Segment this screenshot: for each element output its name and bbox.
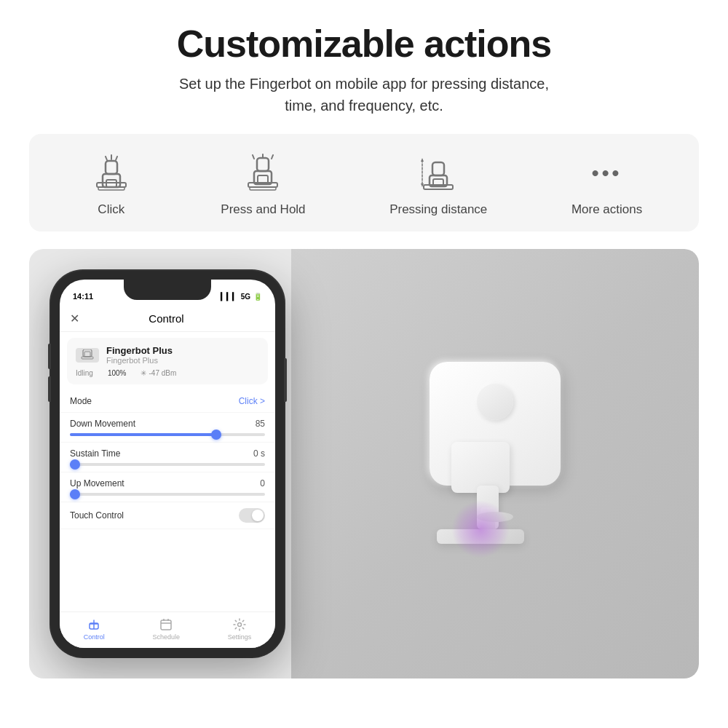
page: Customizable actions Set up the Fingerbo… [0,0,728,728]
click-label: Click [98,202,124,217]
header-section: Customizable actions Set up the Fingerbo… [177,22,552,116]
up-movement-value: 0 [260,478,265,488]
device-subtitle: Fingerbot Plus [106,356,173,365]
nav-settings[interactable]: Settings [228,618,252,641]
action-item-click[interactable]: Click [86,151,137,217]
svg-rect-11 [250,187,276,190]
mode-label: Mode [70,396,92,406]
down-movement-thumb[interactable] [211,430,221,440]
device-name: Fingerbot Plus [106,345,173,356]
svg-line-7 [116,157,117,160]
action-item-pressing-distance[interactable]: Pressing distance [389,151,487,217]
phone-container: 14:11 ▎▎▎ 5G 🔋 ✕ Control [51,271,298,657]
action-item-more-actions[interactable]: ••• More actions [571,151,642,217]
main-title: Customizable actions [177,22,552,66]
svg-rect-4 [106,161,117,174]
touch-control-label: Touch Control [70,510,124,521]
svg-line-15 [272,155,273,159]
touch-control-row: Touch Control [60,502,275,529]
svg-rect-19 [432,162,444,175]
down-movement-slider[interactable] [70,433,265,436]
fb-button[interactable] [477,384,513,420]
up-movement-row: Up Movement 0 [60,472,275,502]
phone-side-btn-vol-up [48,344,51,369]
more-actions-label: More actions [571,202,642,217]
pressing-distance-icon [413,151,464,195]
svg-rect-2 [97,183,126,187]
device-stats: Idling 100% ✳ -47 dBm [76,369,259,377]
device-thumbnail [76,348,99,363]
mode-row[interactable]: Mode Click > [60,390,275,413]
more-actions-icon: ••• [582,151,633,195]
nav-control-label: Control [84,633,105,641]
svg-line-13 [253,155,254,159]
status-right: ▎▎▎ 5G 🔋 [221,293,262,301]
bottom-section: 14:11 ▎▎▎ 5G 🔋 ✕ Control [29,249,699,678]
up-movement-thumb[interactable] [70,489,80,499]
signal-bars: ▎▎▎ [221,293,238,301]
battery-icon: 🔋 [253,293,262,301]
actions-bar: Click Press and Hold [29,134,699,232]
svg-rect-26 [161,620,171,630]
down-movement-value: 85 [256,419,265,429]
action-item-press-hold[interactable]: Press and Hold [221,151,305,217]
phone-side-btn-vol-down [48,376,51,402]
svg-rect-3 [98,187,124,190]
stat-signal: ✳ -47 dBm [141,369,176,377]
network-type: 5G [241,293,250,301]
device-info: Fingerbot Plus Fingerbot Plus [106,345,173,365]
sustain-time-row: Sustain Time 0 s [60,443,275,472]
up-movement-label: Up Movement [70,478,124,488]
sustain-time-value: 0 s [253,448,265,459]
fb-glow [451,500,510,558]
sustain-time-slider[interactable] [70,463,265,466]
svg-rect-25 [82,357,93,359]
device-card-top: Fingerbot Plus Fingerbot Plus [76,345,259,365]
svg-point-30 [237,623,241,627]
fingerbot-device [415,362,575,566]
up-movement-slider[interactable] [70,493,265,496]
pressing-distance-label: Pressing distance [389,202,487,217]
stat-idling: Idling [76,369,93,377]
nav-schedule[interactable]: Schedule [152,618,180,641]
phone-side-btn-power [284,358,287,402]
nav-schedule-label: Schedule [152,633,180,641]
toggle-thumb [252,510,264,521]
app-title: Control [149,312,183,325]
sustain-time-thumb[interactable] [70,459,80,470]
sustain-time-label: Sustain Time [70,448,120,459]
press-hold-icon [237,151,288,195]
phone-screen: 14:11 ▎▎▎ 5G 🔋 ✕ Control [60,280,275,648]
svg-line-6 [106,157,107,160]
svg-marker-21 [421,158,424,162]
phone-bottom-nav: Control Schedule [60,612,275,648]
stat-battery: 100% [108,369,127,377]
mode-value: Click > [239,396,265,406]
app-header: ✕ Control [60,307,275,332]
down-movement-fill [70,433,216,436]
down-movement-label: Down Movement [70,419,135,429]
down-movement-row: Down Movement 85 [60,413,275,443]
touch-control-toggle[interactable] [239,508,265,523]
subtitle: Set up the Fingerbot on mobile app for p… [177,73,552,116]
svg-rect-24 [84,352,90,357]
device-visual [291,249,699,678]
press-hold-label: Press and Hold [221,202,305,217]
svg-rect-12 [257,158,269,171]
status-time: 14:11 [73,292,93,301]
nav-control[interactable]: Control [84,618,105,641]
phone-notch [124,280,211,300]
phone-outer: 14:11 ▎▎▎ 5G 🔋 ✕ Control [51,271,284,657]
device-card: Fingerbot Plus Fingerbot Plus Idling 100… [67,338,268,384]
close-button[interactable]: ✕ [70,312,79,325]
click-icon [86,151,137,195]
nav-settings-label: Settings [228,633,252,641]
